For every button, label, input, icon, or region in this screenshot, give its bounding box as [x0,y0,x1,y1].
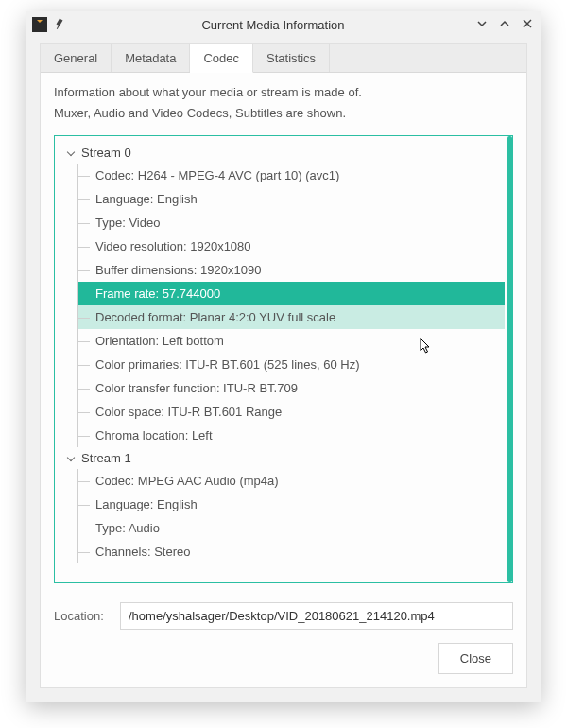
media-info-window: Current Media Information GeneralMetadat… [26,11,541,702]
stream-items-0: Codec: H264 - MPEG-4 AVC (part 10) (avc1… [77,164,505,447]
window-title: Current Media Information [72,18,474,32]
content-panel: GeneralMetadataCodecStatistics Informati… [40,43,527,688]
maximize-button[interactable] [497,17,512,32]
location-row: Location: [54,602,513,630]
location-input[interactable] [120,602,513,630]
chevron-down-icon [66,147,77,159]
stream-tree: Stream 0Codec: H264 - MPEG-4 AVC (part 1… [54,135,513,583]
tab-general[interactable]: General [41,44,112,72]
tree-item[interactable]: Language: English [78,493,505,516]
bottom-bar: Location: Close [41,593,526,687]
info-line-2: Muxer, Audio and Video Codecs, Subtitles… [54,103,513,124]
tree-scrollbar[interactable] [507,136,512,582]
tree-item[interactable]: Decoded format: Planar 4:2:0 YUV full sc… [78,305,505,329]
tree-item[interactable]: Channels: Stereo [78,540,505,563]
pin-icon[interactable] [53,18,66,31]
stream-header-1[interactable]: Stream 1 [59,447,505,469]
tab-metadata[interactable]: Metadata [112,44,190,72]
chevron-down-icon [66,453,77,464]
tree-item[interactable]: Frame rate: 57.744000 [78,282,505,305]
tab-statistics[interactable]: Statistics [253,44,330,72]
stream-label: Stream 1 [81,451,131,465]
info-line-1: Information about what your media or str… [54,82,513,103]
titlebar: Current Media Information [26,11,541,38]
tree-item[interactable]: Chroma location: Left [78,424,505,447]
tree-item[interactable]: Codec: MPEG AAC Audio (mp4a) [78,469,505,493]
tree-item[interactable]: Codec: H264 - MPEG-4 AVC (part 10) (avc1… [78,164,505,187]
tree-item[interactable]: Orientation: Left bottom [78,329,505,353]
tree-item[interactable]: Color primaries: ITU-R BT.601 (525 lines… [78,353,505,376]
tree-item[interactable]: Color space: ITU-R BT.601 Range [78,400,505,424]
codec-info-text: Information about what your media or str… [41,73,526,126]
app-icon [32,17,47,32]
tree-item[interactable]: Buffer dimensions: 1920x1090 [78,258,505,282]
tree-item[interactable]: Color transfer function: ITU-R BT.709 [78,376,505,400]
stream-label: Stream 0 [81,146,131,160]
window-controls [474,17,535,32]
location-label: Location: [54,609,109,623]
tree-item[interactable]: Video resolution: 1920x1080 [78,234,505,258]
tab-bar: GeneralMetadataCodecStatistics [41,44,526,73]
stream-header-0[interactable]: Stream 0 [59,142,505,164]
stream-items-1: Codec: MPEG AAC Audio (mp4a)Language: En… [77,469,505,563]
close-window-button[interactable] [520,17,535,32]
tree-item[interactable]: Language: English [78,187,505,211]
close-button[interactable]: Close [438,643,513,674]
tab-codec[interactable]: Codec [190,44,253,73]
minimize-button[interactable] [474,17,490,32]
tree-item[interactable]: Type: Video [78,211,505,234]
tree-item[interactable]: Type: Audio [78,516,505,540]
